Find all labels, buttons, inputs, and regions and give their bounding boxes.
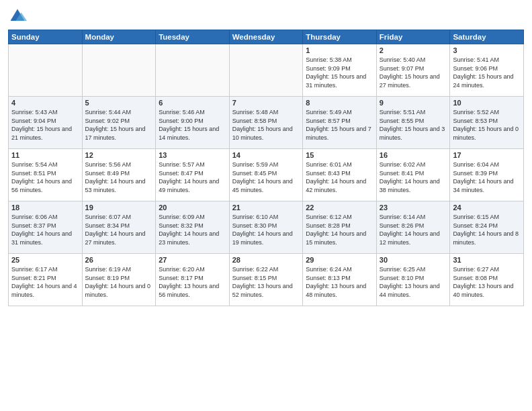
day-number: 8 [306, 99, 373, 107]
calendar-day-cell [9, 44, 83, 97]
day-info: Sunrise: 6:02 AM Sunset: 8:41 PM Dayligh… [380, 161, 447, 194]
day-number: 19 [85, 203, 153, 212]
day-info: Sunrise: 6:20 AM Sunset: 8:17 PM Dayligh… [159, 265, 226, 299]
day-info: Sunrise: 5:41 AM Sunset: 9:06 PM Dayligh… [453, 56, 521, 89]
day-info: Sunrise: 5:59 AM Sunset: 8:45 PM Dayligh… [232, 161, 300, 194]
calendar-day-cell: 9Sunrise: 5:51 AM Sunset: 8:55 PM Daylig… [376, 97, 450, 149]
day-number: 24 [453, 203, 521, 212]
calendar-day-cell: 8Sunrise: 5:49 AM Sunset: 8:57 PM Daylig… [303, 97, 377, 149]
calendar-day-header: Saturday [450, 30, 524, 44]
day-number: 7 [232, 99, 300, 107]
calendar-day-cell: 13Sunrise: 5:57 AM Sunset: 8:47 PM Dayli… [156, 149, 230, 201]
calendar-day-cell: 2Sunrise: 5:40 AM Sunset: 9:07 PM Daylig… [376, 44, 450, 97]
day-number: 14 [232, 151, 300, 159]
calendar-day-cell: 26Sunrise: 6:19 AM Sunset: 8:19 PM Dayli… [82, 254, 156, 306]
calendar-day-cell: 6Sunrise: 5:46 AM Sunset: 9:00 PM Daylig… [156, 97, 230, 149]
day-number: 13 [159, 151, 226, 159]
day-info: Sunrise: 5:44 AM Sunset: 9:02 PM Dayligh… [85, 108, 153, 142]
logo [8, 7, 30, 26]
day-number: 9 [380, 99, 447, 107]
day-number: 3 [453, 46, 521, 54]
calendar-day-cell: 30Sunrise: 6:25 AM Sunset: 8:10 PM Dayli… [376, 254, 450, 306]
day-number: 31 [453, 256, 521, 264]
day-info: Sunrise: 6:04 AM Sunset: 8:39 PM Dayligh… [453, 161, 521, 194]
day-number: 15 [306, 151, 373, 159]
calendar-day-header: Tuesday [156, 30, 230, 44]
day-info: Sunrise: 6:24 AM Sunset: 8:13 PM Dayligh… [306, 265, 373, 299]
calendar-week-row: 1Sunrise: 5:38 AM Sunset: 9:09 PM Daylig… [9, 44, 524, 97]
day-info: Sunrise: 6:25 AM Sunset: 8:10 PM Dayligh… [380, 265, 447, 299]
calendar-day-header: Friday [376, 30, 450, 44]
calendar-day-cell: 20Sunrise: 6:09 AM Sunset: 8:32 PM Dayli… [156, 201, 230, 254]
calendar-day-cell: 17Sunrise: 6:04 AM Sunset: 8:39 PM Dayli… [450, 149, 524, 201]
day-number: 1 [306, 46, 373, 54]
calendar-day-cell: 29Sunrise: 6:24 AM Sunset: 8:13 PM Dayli… [303, 254, 377, 306]
day-number: 29 [306, 256, 373, 264]
calendar-table: SundayMondayTuesdayWednesdayThursdayFrid… [8, 30, 524, 306]
calendar-week-row: 4Sunrise: 5:43 AM Sunset: 9:04 PM Daylig… [9, 97, 524, 149]
day-number: 16 [380, 151, 447, 159]
day-number: 18 [11, 203, 79, 212]
day-info: Sunrise: 6:12 AM Sunset: 8:28 PM Dayligh… [306, 213, 373, 246]
day-number: 23 [380, 203, 447, 212]
day-info: Sunrise: 5:56 AM Sunset: 8:49 PM Dayligh… [85, 161, 153, 194]
day-number: 28 [232, 256, 300, 264]
calendar-day-cell: 19Sunrise: 6:07 AM Sunset: 8:34 PM Dayli… [82, 201, 156, 254]
calendar-day-cell: 23Sunrise: 6:14 AM Sunset: 8:26 PM Dayli… [376, 201, 450, 254]
day-number: 5 [85, 99, 153, 107]
calendar-day-cell: 24Sunrise: 6:15 AM Sunset: 8:24 PM Dayli… [450, 201, 524, 254]
calendar-day-cell: 7Sunrise: 5:48 AM Sunset: 8:58 PM Daylig… [229, 97, 303, 149]
day-info: Sunrise: 6:14 AM Sunset: 8:26 PM Dayligh… [380, 213, 447, 246]
calendar-day-cell: 14Sunrise: 5:59 AM Sunset: 8:45 PM Dayli… [229, 149, 303, 201]
day-info: Sunrise: 5:52 AM Sunset: 8:53 PM Dayligh… [453, 108, 521, 142]
calendar-day-cell: 31Sunrise: 6:27 AM Sunset: 8:08 PM Dayli… [450, 254, 524, 306]
calendar-day-cell: 25Sunrise: 6:17 AM Sunset: 8:21 PM Dayli… [9, 254, 83, 306]
calendar-day-cell: 11Sunrise: 5:54 AM Sunset: 8:51 PM Dayli… [9, 149, 83, 201]
calendar-day-cell: 15Sunrise: 6:01 AM Sunset: 8:43 PM Dayli… [303, 149, 377, 201]
logo-icon [8, 7, 27, 26]
calendar-day-cell [156, 44, 230, 97]
day-info: Sunrise: 5:57 AM Sunset: 8:47 PM Dayligh… [159, 161, 226, 194]
calendar-week-row: 18Sunrise: 6:06 AM Sunset: 8:37 PM Dayli… [9, 201, 524, 254]
calendar-day-cell: 16Sunrise: 6:02 AM Sunset: 8:41 PM Dayli… [376, 149, 450, 201]
calendar-day-header: Sunday [9, 30, 83, 44]
calendar-day-header: Monday [82, 30, 156, 44]
calendar-day-cell: 1Sunrise: 5:38 AM Sunset: 9:09 PM Daylig… [303, 44, 377, 97]
day-number: 21 [232, 203, 300, 212]
calendar-week-row: 25Sunrise: 6:17 AM Sunset: 8:21 PM Dayli… [9, 254, 524, 306]
calendar-header-row: SundayMondayTuesdayWednesdayThursdayFrid… [9, 30, 524, 44]
day-number: 17 [453, 151, 521, 159]
day-info: Sunrise: 6:01 AM Sunset: 8:43 PM Dayligh… [306, 161, 373, 194]
day-number: 26 [85, 256, 153, 264]
calendar-day-cell: 18Sunrise: 6:06 AM Sunset: 8:37 PM Dayli… [9, 201, 83, 254]
calendar-day-cell [229, 44, 303, 97]
day-info: Sunrise: 6:22 AM Sunset: 8:15 PM Dayligh… [232, 265, 300, 299]
page-container: SundayMondayTuesdayWednesdayThursdayFrid… [0, 0, 532, 411]
day-info: Sunrise: 5:49 AM Sunset: 8:57 PM Dayligh… [306, 108, 373, 142]
day-info: Sunrise: 6:19 AM Sunset: 8:19 PM Dayligh… [85, 265, 153, 299]
calendar-day-cell: 28Sunrise: 6:22 AM Sunset: 8:15 PM Dayli… [229, 254, 303, 306]
calendar-day-cell: 22Sunrise: 6:12 AM Sunset: 8:28 PM Dayli… [303, 201, 377, 254]
day-info: Sunrise: 6:07 AM Sunset: 8:34 PM Dayligh… [85, 213, 153, 246]
day-info: Sunrise: 6:15 AM Sunset: 8:24 PM Dayligh… [453, 213, 521, 246]
day-info: Sunrise: 5:38 AM Sunset: 9:09 PM Dayligh… [306, 56, 373, 89]
calendar-day-cell: 27Sunrise: 6:20 AM Sunset: 8:17 PM Dayli… [156, 254, 230, 306]
day-number: 12 [85, 151, 153, 159]
page-header [8, 7, 524, 26]
day-number: 11 [11, 151, 79, 159]
day-info: Sunrise: 6:27 AM Sunset: 8:08 PM Dayligh… [453, 265, 521, 299]
day-info: Sunrise: 6:09 AM Sunset: 8:32 PM Dayligh… [159, 213, 226, 246]
calendar-day-cell: 10Sunrise: 5:52 AM Sunset: 8:53 PM Dayli… [450, 97, 524, 149]
day-info: Sunrise: 6:10 AM Sunset: 8:30 PM Dayligh… [232, 213, 300, 246]
day-number: 20 [159, 203, 226, 212]
calendar-day-header: Thursday [303, 30, 377, 44]
day-info: Sunrise: 5:43 AM Sunset: 9:04 PM Dayligh… [11, 108, 79, 142]
day-number: 2 [380, 46, 447, 54]
day-number: 6 [159, 99, 226, 107]
day-info: Sunrise: 5:48 AM Sunset: 8:58 PM Dayligh… [232, 108, 300, 142]
calendar-day-cell: 5Sunrise: 5:44 AM Sunset: 9:02 PM Daylig… [82, 97, 156, 149]
calendar-day-cell [82, 44, 156, 97]
day-number: 22 [306, 203, 373, 212]
day-info: Sunrise: 5:46 AM Sunset: 9:00 PM Dayligh… [159, 108, 226, 142]
day-info: Sunrise: 5:54 AM Sunset: 8:51 PM Dayligh… [11, 161, 79, 194]
